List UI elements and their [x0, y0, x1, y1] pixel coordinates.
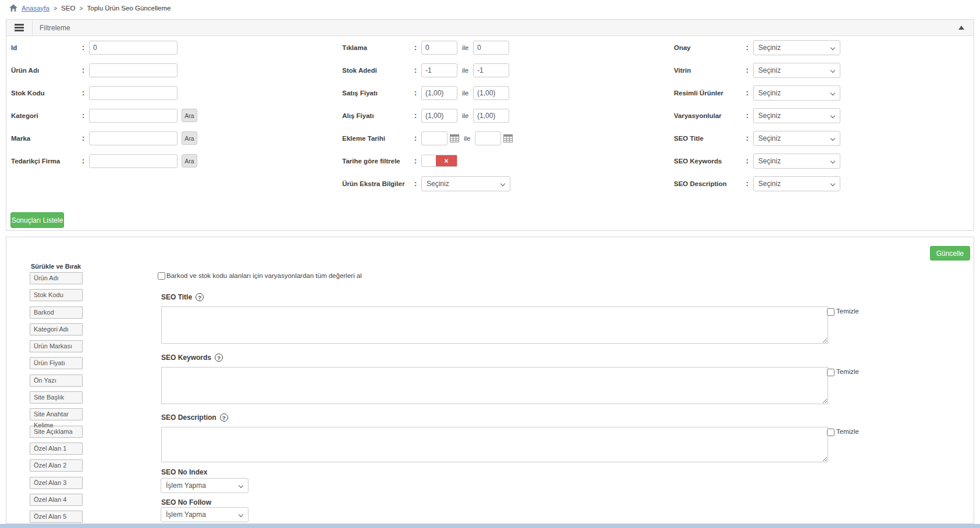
- seo-title-textarea[interactable]: [161, 306, 828, 344]
- field-label: Ürün Adı: [11, 67, 82, 74]
- chevron-down-icon: [830, 113, 835, 117]
- alis-fiyati-to-input[interactable]: [473, 109, 509, 123]
- alis-fiyati-from-input[interactable]: [421, 109, 457, 123]
- chevron-down-icon: [239, 512, 243, 517]
- urun-ekstra-select[interactable]: Seçiniz: [421, 176, 510, 191]
- section-label-text: SEO Keywords: [161, 354, 211, 362]
- help-icon[interactable]: ?: [215, 354, 223, 362]
- drag-item[interactable]: Site Başlık: [30, 391, 83, 404]
- range-separator: ile: [462, 67, 468, 74]
- breadcrumb-home-link[interactable]: Anasayfa: [22, 5, 49, 12]
- drag-item[interactable]: Stok Kodu: [30, 289, 83, 301]
- seo-description-section-label: SEO Description ?: [161, 413, 228, 422]
- filter-row-urun-ekstra: Ürün Ekstra Bilgiler: Seçiniz: [342, 172, 513, 195]
- seo-description-select[interactable]: Seçiniz: [753, 176, 840, 191]
- seo-keywords-clear-checkbox[interactable]: [827, 369, 835, 376]
- selected-value: Seçiniz: [758, 180, 781, 188]
- seo-description-textarea[interactable]: [161, 427, 828, 462]
- breadcrumb-separator: >: [79, 5, 83, 12]
- field-label: SEO Title: [674, 135, 746, 142]
- horizontal-scrollbar[interactable]: [0, 524, 980, 528]
- kategori-search-button[interactable]: Ara: [182, 109, 197, 122]
- seo-no-index-select[interactable]: İşlem Yapma: [161, 478, 248, 493]
- colon: :: [414, 89, 418, 97]
- colon: :: [746, 66, 750, 74]
- chevron-down-icon: [830, 158, 835, 163]
- drag-item[interactable]: Barkod: [30, 306, 83, 319]
- resimli-urunler-select[interactable]: Seçiniz: [753, 85, 840, 101]
- tedarikci-search-button[interactable]: Ara: [182, 154, 197, 167]
- stok-kodu-input[interactable]: [89, 86, 177, 100]
- drag-item[interactable]: Özel Alan 3: [30, 477, 83, 489]
- colon: :: [82, 89, 86, 97]
- tiklama-from-input[interactable]: [421, 41, 457, 55]
- section-label-text: SEO Title: [161, 293, 192, 301]
- field-label: Tıklama: [342, 44, 414, 51]
- chevron-down-icon: [830, 67, 835, 72]
- seo-title-clear-checkbox[interactable]: [827, 308, 835, 316]
- calendar-icon[interactable]: [450, 134, 459, 142]
- drag-item[interactable]: Ürün Markası: [30, 340, 83, 352]
- marka-search-button[interactable]: Ara: [182, 131, 197, 145]
- help-icon[interactable]: ?: [196, 293, 204, 301]
- tarih-from-input[interactable]: [421, 131, 448, 145]
- kategori-input[interactable]: [89, 109, 177, 123]
- satis-fiyati-from-input[interactable]: [421, 86, 457, 100]
- drag-item[interactable]: Özel Alan 2: [30, 459, 83, 472]
- filter-row-seo-title: SEO Title: Seçiniz: [674, 127, 840, 149]
- calendar-icon[interactable]: [503, 134, 513, 142]
- field-label: Resimli Ürünler: [674, 90, 746, 97]
- tarih-to-input[interactable]: [475, 131, 501, 145]
- update-button[interactable]: Güncelle: [930, 246, 970, 261]
- home-icon[interactable]: [9, 4, 17, 12]
- colon: :: [746, 44, 750, 52]
- tiklama-to-input[interactable]: [473, 41, 509, 55]
- drag-item[interactable]: Özel Alan 1: [30, 443, 83, 455]
- section-label-text: SEO Description: [161, 413, 216, 422]
- help-icon[interactable]: ?: [220, 413, 228, 422]
- variation-values-option: Barkod ve stok kodu alanları için varyas…: [158, 272, 362, 280]
- date-filter-toggle[interactable]: ×: [421, 155, 457, 167]
- marka-input[interactable]: [89, 131, 177, 145]
- drag-item[interactable]: Site Anahtar Kelime: [30, 408, 83, 420]
- drag-item[interactable]: Özel Alan 5: [30, 511, 83, 523]
- stok-adedi-from-input[interactable]: [421, 63, 457, 77]
- drag-item[interactable]: Ürün Adı: [30, 272, 83, 284]
- drag-item[interactable]: Site Açıklama: [30, 426, 83, 438]
- varyasyonlular-select[interactable]: Seçiniz: [753, 108, 840, 123]
- drag-item[interactable]: Kategori Adı: [30, 323, 83, 336]
- drag-item[interactable]: Ön Yazı: [30, 374, 83, 387]
- id-input[interactable]: [89, 41, 177, 55]
- filter-column-left: Id: Ürün Adı: Stok Kodu: Kategori: Ara: [11, 36, 197, 172]
- tedarikci-input[interactable]: [89, 154, 177, 168]
- colon: :: [746, 134, 750, 142]
- seo-title-select[interactable]: Seçiniz: [753, 131, 840, 146]
- drag-item[interactable]: Özel Alan 4: [30, 494, 83, 506]
- collapse-arrow-icon[interactable]: [958, 26, 964, 30]
- urun-adi-input[interactable]: [89, 63, 177, 77]
- colon: :: [414, 157, 418, 165]
- vitrin-select[interactable]: Seçiniz: [753, 63, 840, 78]
- filter-panel: Filtreleme Id: Ürün Adı: Stok Kodu:: [6, 19, 974, 231]
- filter-row-stok-adedi: Stok Adedi: ile: [342, 59, 513, 81]
- variation-values-checkbox[interactable]: [158, 272, 165, 280]
- seo-keywords-textarea[interactable]: [161, 367, 828, 404]
- onay-select[interactable]: Seçiniz: [753, 40, 840, 55]
- seo-no-follow-label: SEO No Follow: [161, 498, 211, 506]
- field-label: SEO Description: [674, 180, 746, 187]
- seo-keywords-select[interactable]: Seçiniz: [753, 154, 840, 169]
- filter-menu-button[interactable]: [6, 20, 33, 35]
- seo-no-follow-select[interactable]: İşlem Yapma: [161, 507, 248, 522]
- stok-adedi-to-input[interactable]: [473, 63, 509, 77]
- filter-panel-body: Id: Ürün Adı: Stok Kodu: Kategori: Ara: [6, 36, 974, 231]
- drag-item[interactable]: Ürün Fiyatı: [30, 357, 83, 369]
- field-label: Satış Fiyatı: [342, 90, 414, 97]
- colon: :: [414, 44, 418, 52]
- list-results-button[interactable]: Sonuçları Listele: [10, 212, 64, 228]
- satis-fiyati-to-input[interactable]: [473, 86, 509, 100]
- seo-description-clear-checkbox[interactable]: [827, 429, 835, 436]
- field-label: Kategori: [11, 112, 82, 119]
- range-separator: ile: [462, 90, 468, 97]
- range-separator: ile: [464, 135, 470, 142]
- selected-value: İşlem Yapma: [166, 481, 206, 490]
